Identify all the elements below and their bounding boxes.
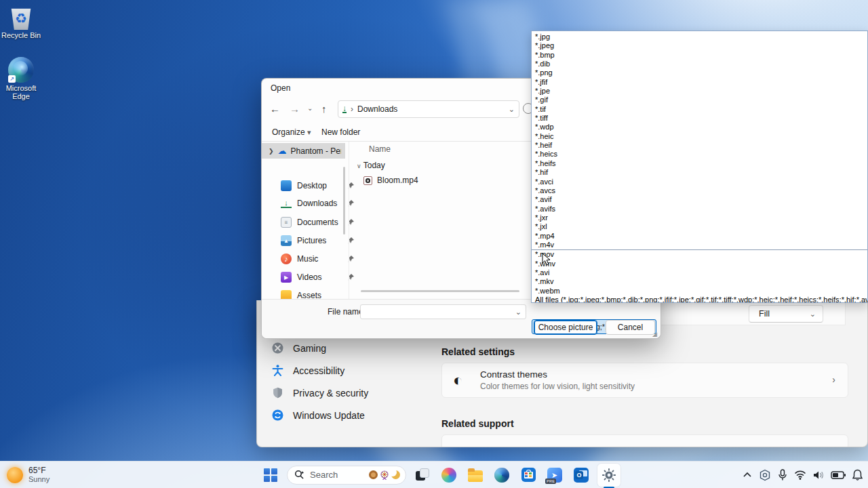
nav-item-pictures[interactable]: ▲ Pictures <box>281 235 354 246</box>
file-type-option[interactable]: *.mov <box>532 250 867 259</box>
settings-nav-privacy[interactable]: Privacy & security <box>272 387 368 399</box>
up-button[interactable]: ↑ <box>321 103 327 115</box>
file-type-option[interactable]: *.heics <box>532 150 867 159</box>
file-type-option[interactable]: *.wdp <box>532 123 867 131</box>
file-type-option[interactable]: *.png <box>532 68 867 77</box>
related-support-heading: Related support <box>441 418 514 429</box>
desktop-icon-edge[interactable]: ↗ Microsoft Edge <box>0 57 46 100</box>
taskbar-weather-widget[interactable]: 65°F Sunny <box>7 466 50 484</box>
choose-picture-button[interactable]: Choose picture <box>534 320 597 335</box>
file-type-option[interactable]: *.m4v <box>532 241 867 249</box>
file-type-option[interactable]: *.wmv <box>532 260 867 268</box>
resize-grip[interactable]: ◢ <box>652 331 657 338</box>
file-type-option[interactable]: *.avci <box>532 178 867 186</box>
edge-icon: ↗ <box>8 57 34 83</box>
notification-bell-icon[interactable] <box>852 469 863 481</box>
edge-taskbar-button[interactable] <box>492 465 512 485</box>
file-type-option[interactable]: *.jxl <box>532 222 867 231</box>
nav-pane-onedrive-root[interactable]: ❯ ☁ Phantom - Personal <box>262 143 345 159</box>
file-type-option[interactable]: *.mkv <box>532 277 867 286</box>
media-file-icon <box>363 176 372 185</box>
file-name: Bloom.mp4 <box>377 176 418 185</box>
onedrive-root-label: Phantom - Personal <box>291 146 341 156</box>
file-row-bloom[interactable]: Bloom.mp4 <box>363 176 418 185</box>
file-type-option[interactable]: *.gif <box>532 96 867 104</box>
pane-divider <box>349 142 349 299</box>
back-button[interactable]: ← <box>270 103 280 115</box>
start-button[interactable] <box>260 465 281 485</box>
file-type-option[interactable]: *.jpe <box>532 87 867 96</box>
microphone-icon[interactable] <box>778 469 787 481</box>
edge-label-line1: Microsoft <box>0 84 46 92</box>
group-header-today[interactable]: ∨ Today <box>357 161 385 170</box>
wifi-icon[interactable] <box>794 470 806 480</box>
file-type-option-all-files[interactable]: All files (*.jpg;*.jpeg;*.bmp;*.dib;*.pn… <box>532 296 867 303</box>
file-type-option[interactable]: *.tif <box>532 105 867 114</box>
address-chevron-icon[interactable]: ⌄ <box>509 105 515 114</box>
outlook-button[interactable]: O <box>571 465 591 485</box>
file-type-option[interactable]: *.webm <box>532 287 867 296</box>
battery-icon[interactable] <box>831 471 846 479</box>
file-type-option[interactable]: *.mp4 <box>532 232 867 241</box>
tray-chevron-up-icon[interactable] <box>743 472 752 479</box>
task-view-button[interactable] <box>412 465 433 485</box>
file-type-option[interactable]: *.avif <box>532 195 867 204</box>
forward-button[interactable]: → <box>290 103 300 115</box>
weather-temperature: 65°F <box>28 466 50 475</box>
fit-value: Fill <box>759 309 770 319</box>
desktop-icon-recycle-bin[interactable]: ♻ Recycle Bin <box>0 4 46 39</box>
settings-nav-gaming[interactable]: Gaming <box>272 342 326 354</box>
recent-locations-chevron[interactable]: ⌄ <box>307 104 313 112</box>
file-type-option[interactable]: *.heif <box>532 141 867 150</box>
copilot-button[interactable] <box>439 465 459 485</box>
nav-pane-scrollbar[interactable] <box>343 167 345 235</box>
downloads-glyph-icon: ↓ <box>342 105 347 113</box>
file-type-option[interactable]: *.heic <box>532 132 867 141</box>
settings-nav-windows-update[interactable]: Windows Update <box>272 409 365 421</box>
settings-taskbar-button[interactable] <box>597 464 620 487</box>
file-type-option[interactable]: *.avi <box>532 268 867 277</box>
nav-item-music[interactable]: ♪ Music <box>281 253 354 264</box>
accessibility-icon <box>272 365 283 376</box>
microsoft-store-button[interactable] <box>518 465 538 485</box>
copilot-icon <box>441 468 456 483</box>
nav-item-videos[interactable]: ▶ Videos <box>281 272 354 283</box>
volume-icon[interactable] <box>813 470 824 480</box>
file-type-option[interactable]: *.jfif <box>532 78 867 87</box>
group-collapse-icon[interactable]: ∨ <box>357 163 361 169</box>
file-list-scrollbar[interactable] <box>361 290 519 292</box>
chevron-down-icon[interactable]: ⌄ <box>515 308 521 317</box>
file-type-option[interactable]: *.dib <box>532 60 867 68</box>
column-header-name[interactable]: Name <box>369 144 391 154</box>
expander-icon[interactable]: ❯ <box>269 148 274 155</box>
address-bar[interactable]: ↓ › Downloads ⌄ <box>338 100 519 118</box>
background-fit-dropdown[interactable]: Fill ⌄ <box>749 305 823 323</box>
cloud-icon: ☁ <box>278 146 287 156</box>
file-type-option[interactable]: *.jxr <box>532 214 867 222</box>
file-type-option[interactable]: *.heifs <box>532 159 867 168</box>
file-type-option[interactable]: *.avcs <box>532 186 867 195</box>
related-support-card[interactable] <box>441 434 848 447</box>
file-name-input[interactable]: ⌄ <box>360 304 526 319</box>
contrast-icon: ◐ <box>453 370 463 390</box>
file-type-option[interactable]: *.tiff <box>532 114 867 123</box>
organize-menu[interactable]: Organize ▾ <box>272 127 311 137</box>
file-type-option[interactable]: *.hif <box>532 168 867 177</box>
microsoft-store-icon <box>521 468 536 482</box>
contrast-title: Contrast themes <box>480 369 547 380</box>
settings-nav-accessibility[interactable]: Accessibility <box>272 365 344 376</box>
cancel-button[interactable]: Cancel <box>606 320 655 335</box>
new-folder-button[interactable]: New folder <box>321 127 360 137</box>
file-type-option[interactable]: *.bmp <box>532 51 867 60</box>
chevron-down-icon: ⌄ <box>810 310 816 319</box>
file-type-option[interactable]: *.jpg <box>532 33 867 41</box>
file-type-option[interactable]: *.jpeg <box>532 41 867 50</box>
taskbar-search-box[interactable]: Search <box>287 466 406 485</box>
dev-app-preview-button[interactable]: ➤ PRE <box>545 465 565 485</box>
file-type-option[interactable]: *.avifs <box>532 205 867 214</box>
file-explorer-button[interactable] <box>465 465 486 485</box>
related-settings-heading: Related settings <box>441 346 515 357</box>
tray-app-hexagon-icon[interactable] <box>759 469 771 481</box>
breadcrumb-location[interactable]: Downloads <box>357 104 505 114</box>
contrast-themes-card[interactable]: ◐ Contrast themes Color themes for low v… <box>441 363 848 398</box>
